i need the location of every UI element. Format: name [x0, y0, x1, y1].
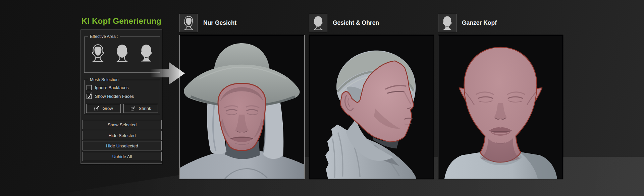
- face-ears-head-icon: [312, 15, 324, 32]
- preview-label: Ganzer Kopf: [462, 19, 497, 26]
- preview-label: Gesicht & Ohren: [333, 19, 379, 26]
- elf-head-illustration: [438, 35, 563, 179]
- ignore-backfaces-label: Ignore Backfaces: [95, 85, 128, 90]
- face-only-head-icon[interactable]: [90, 44, 106, 64]
- page: KI Kopf Generierung Effective Area :: [0, 0, 644, 196]
- mesh-selection-group: Mesh Selection Ignore Backfaces Show Hid…: [84, 80, 160, 114]
- whole-head-icon: [441, 15, 453, 32]
- face-ears-tile: [309, 14, 327, 32]
- hide-selected-button[interactable]: Hide Selected: [83, 131, 162, 140]
- grow-button[interactable]: Grow: [86, 104, 121, 113]
- shrink-icon: [130, 106, 136, 111]
- grow-label: Grow: [102, 106, 113, 111]
- face-only-head-icon: [182, 15, 195, 32]
- whole-head-icon[interactable]: [139, 44, 154, 64]
- ignore-backfaces-row[interactable]: Ignore Backfaces: [87, 85, 128, 90]
- show-hidden-faces-label: Show Hidden Faces: [95, 94, 134, 99]
- preview-image-ganzer-kopf: [438, 35, 563, 179]
- preview-image-nur-gesicht: [179, 35, 305, 179]
- grow-icon: [94, 106, 100, 111]
- ignore-backfaces-checkbox[interactable]: [87, 85, 92, 90]
- show-selected-button[interactable]: Show Selected: [83, 120, 162, 129]
- bust-with-hat-illustration: [180, 35, 304, 179]
- effective-area-legend: Effective Area :: [88, 34, 120, 39]
- whole-head-tile: [438, 14, 457, 32]
- shrink-label: Shrink: [139, 106, 151, 111]
- face-ears-head-icon[interactable]: [114, 44, 130, 64]
- hide-unselected-button[interactable]: Hide Unselected: [83, 141, 162, 150]
- scanned-head-illustration: [309, 35, 434, 179]
- effective-area-group: Effective Area :: [84, 37, 160, 73]
- preview-label: Nur Gesicht: [203, 19, 236, 26]
- mesh-selection-legend: Mesh Selection: [88, 77, 120, 82]
- preview-image-gesicht-ohren: [309, 35, 434, 179]
- face-only-tile: [179, 14, 198, 32]
- shrink-button[interactable]: Shrink: [123, 104, 158, 113]
- show-hidden-faces-checkbox[interactable]: [87, 94, 92, 99]
- check-icon: [87, 94, 92, 99]
- show-hidden-faces-row[interactable]: Show Hidden Faces: [87, 94, 134, 99]
- unhide-all-button[interactable]: Unhide All: [83, 152, 162, 161]
- page-title: KI Kopf Generierung: [80, 16, 162, 26]
- effective-area-options: [85, 37, 160, 64]
- tool-panel: Effective Area :: [80, 29, 162, 164]
